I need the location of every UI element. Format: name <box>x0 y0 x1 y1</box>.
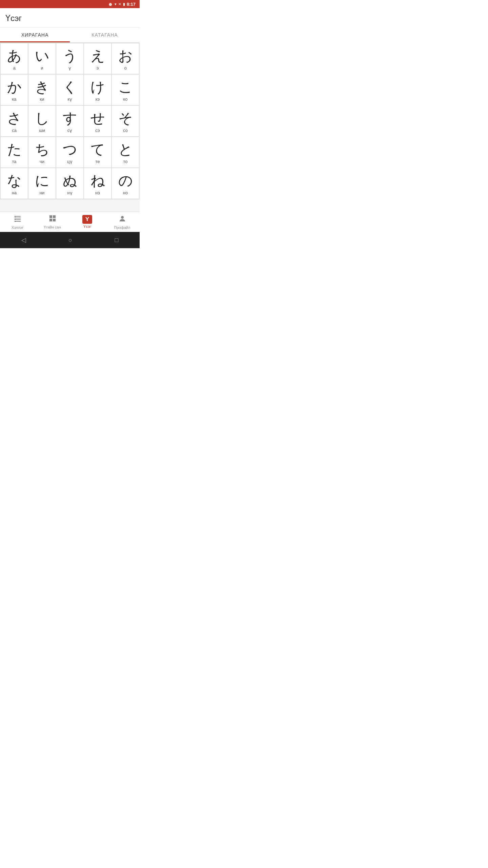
hiragana-character: あ <box>7 48 22 64</box>
nav-profail[interactable]: Профайл <box>105 212 140 232</box>
romaji-label: ко <box>123 97 127 102</box>
char-cell[interactable]: こко <box>112 75 139 105</box>
tab-bar: ХИРАГАНА КАТАГАНА <box>0 27 140 43</box>
romaji-label: кү <box>67 97 72 102</box>
char-cell[interactable]: しши <box>28 106 56 136</box>
svg-rect-6 <box>15 219 16 220</box>
back-button[interactable]: ◁ <box>21 236 26 244</box>
char-cell[interactable]: くкү <box>56 75 83 105</box>
romaji-label: та <box>12 159 16 164</box>
romaji-label: о <box>124 65 126 71</box>
romaji-label: то <box>123 159 127 164</box>
char-cell[interactable]: せсэ <box>84 106 111 136</box>
romaji-label: са <box>12 128 17 133</box>
battery-icon: ▮ <box>123 2 125 6</box>
hiragana-character: に <box>35 173 49 189</box>
romaji-label: ка <box>12 97 16 102</box>
nav-profail-label: Профайл <box>114 225 130 230</box>
list-icon <box>14 215 22 225</box>
char-cell[interactable]: ぬнү <box>56 168 83 199</box>
char-cell[interactable]: たта <box>1 137 28 167</box>
char-cell[interactable]: いи <box>28 43 56 74</box>
romaji-label: нү <box>67 190 72 195</box>
hiragana-character: う <box>63 48 77 64</box>
char-cell[interactable]: ねнэ <box>84 168 111 199</box>
char-cell[interactable]: なна <box>1 168 28 199</box>
hiragana-character: か <box>7 79 22 95</box>
romaji-label: кэ <box>96 97 100 102</box>
svg-rect-8 <box>49 215 52 218</box>
home-button[interactable]: ○ <box>68 237 72 244</box>
svg-rect-5 <box>15 218 16 218</box>
romaji-label: ү <box>68 65 71 71</box>
hiragana-grid-container: あаいиうүえэおоかкаきкиくкүけкэこкоさсаしшиすсүせсэそсо… <box>0 43 140 212</box>
hiragana-character: し <box>35 111 49 126</box>
char-cell[interactable]: そсо <box>112 106 139 136</box>
hiragana-character: こ <box>118 79 133 95</box>
signal-icon: ✕ <box>118 2 121 6</box>
status-icons: ⏰ ▾ ✕ ▮ 8:17 <box>108 2 136 7</box>
romaji-label: нэ <box>95 190 100 195</box>
android-nav-bar: ◁ ○ □ <box>0 232 140 248</box>
hiragana-character: い <box>35 48 49 64</box>
page-title: Үсэг <box>5 14 134 23</box>
char-cell[interactable]: とто <box>112 137 139 167</box>
nav-ugiinsan[interactable]: Үгийн сан <box>35 212 70 232</box>
hiragana-character: き <box>35 79 49 95</box>
svg-rect-7 <box>15 221 16 222</box>
tab-hiragana[interactable]: ХИРАГАНА <box>0 27 70 42</box>
hiragana-character: の <box>118 173 133 189</box>
tab-katakana[interactable]: КАТАГАНА <box>70 27 140 42</box>
hiragana-character: ち <box>35 142 49 157</box>
romaji-label: ни <box>40 190 44 195</box>
char-cell[interactable]: のно <box>112 168 139 199</box>
hiragana-character: ね <box>90 173 105 189</box>
char-cell[interactable]: きки <box>28 75 56 105</box>
nav-yseg[interactable]: Y Үсэг <box>70 212 105 232</box>
status-time: 8:17 <box>127 2 136 7</box>
hiragana-character: け <box>90 79 105 95</box>
char-cell[interactable]: えэ <box>84 43 111 74</box>
char-cell[interactable]: さса <box>1 106 28 136</box>
svg-rect-11 <box>53 219 56 221</box>
char-cell[interactable]: てте <box>84 137 111 167</box>
hiragana-grid: あаいиうүえэおоかкаきкиくкүけкэこкоさсаしшиすсүせсэそсо… <box>0 43 140 199</box>
nav-hellleg[interactable]: Хэллэг <box>0 212 35 232</box>
char-cell[interactable]: おо <box>112 43 139 74</box>
hiragana-character: え <box>90 48 105 64</box>
romaji-label: э <box>97 65 99 71</box>
char-cell[interactable]: にни <box>28 168 56 199</box>
hiragana-character: と <box>118 142 133 157</box>
romaji-label: на <box>12 190 17 195</box>
char-cell[interactable]: ちчи <box>28 137 56 167</box>
romaji-label: а <box>13 65 15 71</box>
hiragana-character: そ <box>118 111 133 126</box>
svg-rect-10 <box>49 219 52 221</box>
romaji-label: и <box>41 65 43 71</box>
romaji-label: цү <box>67 159 72 164</box>
char-cell[interactable]: つцү <box>56 137 83 167</box>
char-cell[interactable]: けкэ <box>84 75 111 105</box>
romaji-label: сэ <box>95 128 100 133</box>
hiragana-character: さ <box>7 111 22 126</box>
char-cell[interactable]: かка <box>1 75 28 105</box>
hiragana-character: つ <box>63 142 77 157</box>
hiragana-character: く <box>63 79 77 95</box>
hiragana-character: た <box>7 142 22 157</box>
nav-ugiinsan-label: Үгийн сан <box>44 225 61 230</box>
hiragana-character: せ <box>90 111 105 126</box>
svg-rect-4 <box>15 216 16 217</box>
recent-button[interactable]: □ <box>115 237 118 244</box>
romaji-label: со <box>123 128 128 133</box>
romaji-label: ши <box>39 128 45 133</box>
yseg-icon: Y <box>82 215 92 224</box>
char-cell[interactable]: すсү <box>56 106 83 136</box>
grid-icon <box>48 214 57 224</box>
wifi-icon: ▾ <box>115 2 117 6</box>
char-cell[interactable]: あа <box>1 43 28 74</box>
romaji-label: те <box>95 159 100 164</box>
char-cell[interactable]: うү <box>56 43 83 74</box>
svg-rect-9 <box>53 215 56 218</box>
bottom-nav: Хэллэг Үгийн сан Y Үсэг Профайл <box>0 212 140 232</box>
status-bar: ⏰ ▾ ✕ ▮ 8:17 <box>0 0 140 8</box>
